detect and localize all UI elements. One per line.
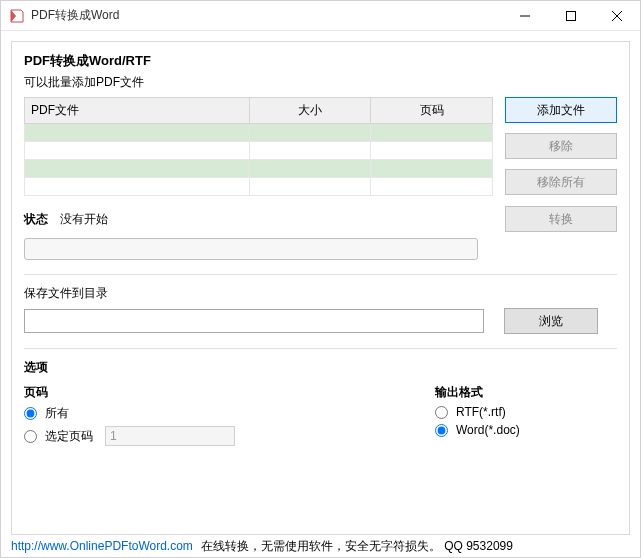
table-row	[25, 124, 493, 142]
format-word-input[interactable]	[435, 424, 448, 437]
pages-all-input[interactable]	[24, 407, 37, 420]
save-label: 保存文件到目录	[24, 285, 617, 302]
pages-selected-label: 选定页码	[45, 428, 93, 445]
convert-button[interactable]: 转换	[505, 206, 617, 232]
browse-button[interactable]: 浏览	[504, 308, 598, 334]
file-table-wrap: PDF文件 大小 页码	[24, 97, 493, 196]
format-word-radio[interactable]: Word(*.doc)	[435, 423, 520, 437]
pages-all-label: 所有	[45, 405, 69, 422]
pages-all-radio[interactable]: 所有	[24, 405, 235, 422]
separator	[24, 348, 617, 349]
app-icon	[9, 8, 25, 24]
col-size[interactable]: 大小	[249, 98, 371, 124]
pages-option-group: 页码 所有 选定页码	[24, 384, 235, 450]
window-title: PDF转换成Word	[31, 7, 119, 24]
remove-button[interactable]: 移除	[505, 133, 617, 159]
content-area: PDF转换成Word/RTF 可以批量添加PDF文件 PDF文件 大小 页码	[1, 31, 640, 535]
save-path-input[interactable]	[24, 309, 484, 333]
col-file[interactable]: PDF文件	[25, 98, 250, 124]
status-text: 没有开始	[60, 211, 108, 228]
progress-bar	[24, 238, 478, 260]
add-file-button[interactable]: 添加文件	[505, 97, 617, 123]
table-row	[25, 142, 493, 160]
pages-title: 页码	[24, 384, 235, 401]
side-buttons: 添加文件 移除 移除所有	[505, 97, 617, 196]
main-panel: PDF转换成Word/RTF 可以批量添加PDF文件 PDF文件 大小 页码	[11, 41, 630, 535]
file-table[interactable]: PDF文件 大小 页码	[24, 97, 493, 196]
minimize-button[interactable]	[502, 1, 548, 31]
format-rtf-label: RTF(*.rtf)	[456, 405, 506, 419]
format-word-label: Word(*.doc)	[456, 423, 520, 437]
panel-subheading: 可以批量添加PDF文件	[24, 74, 617, 91]
remove-all-button[interactable]: 移除所有	[505, 169, 617, 195]
close-button[interactable]	[594, 1, 640, 31]
format-title: 输出格式	[435, 384, 520, 401]
footer-text: 在线转换，无需使用软件，安全无字符损失。 QQ 9532099	[201, 538, 513, 555]
col-pages[interactable]: 页码	[371, 98, 493, 124]
titlebar: PDF转换成Word	[1, 1, 640, 31]
options-title: 选项	[24, 359, 617, 376]
format-rtf-radio[interactable]: RTF(*.rtf)	[435, 405, 520, 419]
table-row	[25, 160, 493, 178]
panel-heading: PDF转换成Word/RTF	[24, 52, 617, 70]
format-option-group: 输出格式 RTF(*.rtf) Word(*.doc)	[435, 384, 520, 450]
pages-selected-radio[interactable]: 选定页码	[24, 426, 235, 446]
footer-link[interactable]: http://www.OnlinePDFtoWord.com	[11, 539, 193, 553]
svg-rect-1	[567, 11, 576, 20]
maximize-button[interactable]	[548, 1, 594, 31]
footer: http://www.OnlinePDFtoWord.com 在线转换，无需使用…	[1, 535, 640, 557]
table-row	[25, 178, 493, 196]
status-label: 状态	[24, 211, 48, 228]
separator	[24, 274, 617, 275]
format-rtf-input[interactable]	[435, 406, 448, 419]
pages-selected-value	[105, 426, 235, 446]
pages-selected-input[interactable]	[24, 430, 37, 443]
